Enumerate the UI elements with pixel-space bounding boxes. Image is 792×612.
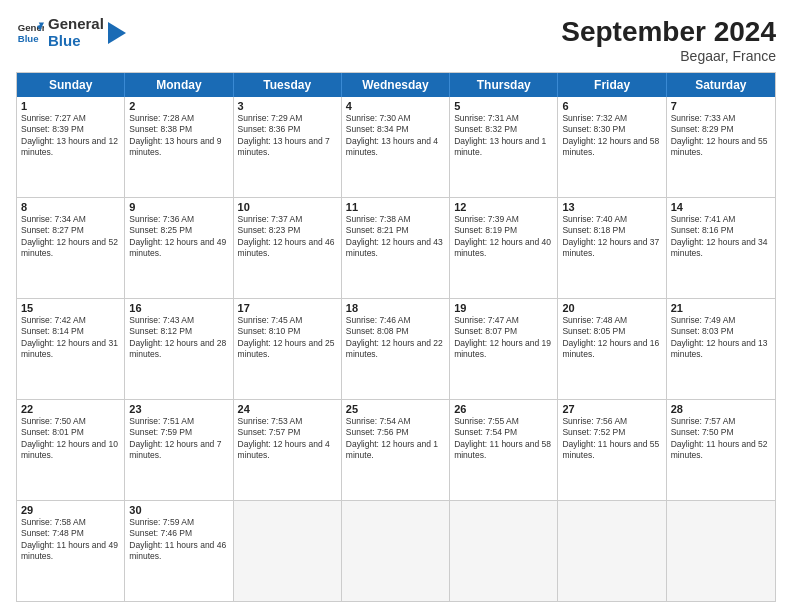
cell-info: Sunrise: 7:55 AMSunset: 7:54 PMDaylight:… — [454, 416, 553, 462]
cal-cell: 5 Sunrise: 7:31 AMSunset: 8:32 PMDayligh… — [450, 97, 558, 197]
cell-info: Sunrise: 7:50 AMSunset: 8:01 PMDaylight:… — [21, 416, 120, 462]
cal-cell: 18 Sunrise: 7:46 AMSunset: 8:08 PMDaylig… — [342, 299, 450, 399]
cal-cell: 17 Sunrise: 7:45 AMSunset: 8:10 PMDaylig… — [234, 299, 342, 399]
day-number: 22 — [21, 403, 120, 415]
cal-cell: 15 Sunrise: 7:42 AMSunset: 8:14 PMDaylig… — [17, 299, 125, 399]
cell-info: Sunrise: 7:41 AMSunset: 8:16 PMDaylight:… — [671, 214, 771, 260]
day-number: 30 — [129, 504, 228, 516]
cal-cell: 13 Sunrise: 7:40 AMSunset: 8:18 PMDaylig… — [558, 198, 666, 298]
cell-info: Sunrise: 7:28 AMSunset: 8:38 PMDaylight:… — [129, 113, 228, 159]
day-number: 17 — [238, 302, 337, 314]
day-number: 15 — [21, 302, 120, 314]
day-number: 19 — [454, 302, 553, 314]
cell-info: Sunrise: 7:57 AMSunset: 7:50 PMDaylight:… — [671, 416, 771, 462]
svg-marker-4 — [108, 22, 126, 44]
cal-cell — [558, 501, 666, 601]
header-friday: Friday — [558, 73, 666, 97]
cal-row-5: 29 Sunrise: 7:58 AMSunset: 7:48 PMDaylig… — [17, 500, 775, 601]
header-thursday: Thursday — [450, 73, 558, 97]
cal-cell: 2 Sunrise: 7:28 AMSunset: 8:38 PMDayligh… — [125, 97, 233, 197]
cal-cell: 19 Sunrise: 7:47 AMSunset: 8:07 PMDaylig… — [450, 299, 558, 399]
cal-cell: 10 Sunrise: 7:37 AMSunset: 8:23 PMDaylig… — [234, 198, 342, 298]
cell-info: Sunrise: 7:39 AMSunset: 8:19 PMDaylight:… — [454, 214, 553, 260]
cal-cell: 1 Sunrise: 7:27 AMSunset: 8:39 PMDayligh… — [17, 97, 125, 197]
day-number: 23 — [129, 403, 228, 415]
header-wednesday: Wednesday — [342, 73, 450, 97]
cell-info: Sunrise: 7:42 AMSunset: 8:14 PMDaylight:… — [21, 315, 120, 361]
cell-info: Sunrise: 7:43 AMSunset: 8:12 PMDaylight:… — [129, 315, 228, 361]
header-saturday: Saturday — [667, 73, 775, 97]
day-number: 11 — [346, 201, 445, 213]
day-number: 26 — [454, 403, 553, 415]
cell-info: Sunrise: 7:56 AMSunset: 7:52 PMDaylight:… — [562, 416, 661, 462]
cell-info: Sunrise: 7:38 AMSunset: 8:21 PMDaylight:… — [346, 214, 445, 260]
day-number: 25 — [346, 403, 445, 415]
cell-info: Sunrise: 7:40 AMSunset: 8:18 PMDaylight:… — [562, 214, 661, 260]
cal-cell: 6 Sunrise: 7:32 AMSunset: 8:30 PMDayligh… — [558, 97, 666, 197]
day-number: 18 — [346, 302, 445, 314]
cal-cell: 30 Sunrise: 7:59 AMSunset: 7:46 PMDaylig… — [125, 501, 233, 601]
cell-info: Sunrise: 7:32 AMSunset: 8:30 PMDaylight:… — [562, 113, 661, 159]
day-number: 16 — [129, 302, 228, 314]
cal-cell: 20 Sunrise: 7:48 AMSunset: 8:05 PMDaylig… — [558, 299, 666, 399]
svg-text:Blue: Blue — [18, 32, 39, 43]
cal-cell — [667, 501, 775, 601]
cal-cell: 21 Sunrise: 7:49 AMSunset: 8:03 PMDaylig… — [667, 299, 775, 399]
cal-cell: 3 Sunrise: 7:29 AMSunset: 8:36 PMDayligh… — [234, 97, 342, 197]
calendar-header: Sunday Monday Tuesday Wednesday Thursday… — [17, 73, 775, 97]
cal-cell — [450, 501, 558, 601]
cal-cell: 4 Sunrise: 7:30 AMSunset: 8:34 PMDayligh… — [342, 97, 450, 197]
day-number: 13 — [562, 201, 661, 213]
cell-info: Sunrise: 7:58 AMSunset: 7:48 PMDaylight:… — [21, 517, 120, 563]
day-number: 24 — [238, 403, 337, 415]
cal-cell: 14 Sunrise: 7:41 AMSunset: 8:16 PMDaylig… — [667, 198, 775, 298]
cal-cell: 22 Sunrise: 7:50 AMSunset: 8:01 PMDaylig… — [17, 400, 125, 500]
cal-cell: 16 Sunrise: 7:43 AMSunset: 8:12 PMDaylig… — [125, 299, 233, 399]
cell-info: Sunrise: 7:54 AMSunset: 7:56 PMDaylight:… — [346, 416, 445, 462]
cal-cell: 29 Sunrise: 7:58 AMSunset: 7:48 PMDaylig… — [17, 501, 125, 601]
logo-arrow-icon — [108, 22, 126, 44]
calendar: Sunday Monday Tuesday Wednesday Thursday… — [16, 72, 776, 602]
day-number: 6 — [562, 100, 661, 112]
cell-info: Sunrise: 7:31 AMSunset: 8:32 PMDaylight:… — [454, 113, 553, 159]
day-number: 5 — [454, 100, 553, 112]
cal-cell: 23 Sunrise: 7:51 AMSunset: 7:59 PMDaylig… — [125, 400, 233, 500]
day-number: 10 — [238, 201, 337, 213]
cal-row-2: 8 Sunrise: 7:34 AMSunset: 8:27 PMDayligh… — [17, 197, 775, 298]
day-number: 8 — [21, 201, 120, 213]
page-header: General Blue General Blue September 2024… — [16, 16, 776, 64]
header-sunday: Sunday — [17, 73, 125, 97]
day-number: 1 — [21, 100, 120, 112]
day-number: 4 — [346, 100, 445, 112]
cal-cell — [234, 501, 342, 601]
day-number: 2 — [129, 100, 228, 112]
cal-cell: 25 Sunrise: 7:54 AMSunset: 7:56 PMDaylig… — [342, 400, 450, 500]
cell-info: Sunrise: 7:45 AMSunset: 8:10 PMDaylight:… — [238, 315, 337, 361]
cal-row-3: 15 Sunrise: 7:42 AMSunset: 8:14 PMDaylig… — [17, 298, 775, 399]
cell-info: Sunrise: 7:46 AMSunset: 8:08 PMDaylight:… — [346, 315, 445, 361]
day-number: 3 — [238, 100, 337, 112]
cell-info: Sunrise: 7:51 AMSunset: 7:59 PMDaylight:… — [129, 416, 228, 462]
day-number: 9 — [129, 201, 228, 213]
cell-info: Sunrise: 7:33 AMSunset: 8:29 PMDaylight:… — [671, 113, 771, 159]
logo-icon: General Blue — [16, 19, 44, 47]
cal-row-4: 22 Sunrise: 7:50 AMSunset: 8:01 PMDaylig… — [17, 399, 775, 500]
title-block: September 2024 Begaar, France — [561, 16, 776, 64]
day-number: 14 — [671, 201, 771, 213]
day-number: 29 — [21, 504, 120, 516]
cell-info: Sunrise: 7:36 AMSunset: 8:25 PMDaylight:… — [129, 214, 228, 260]
logo: General Blue General Blue — [16, 16, 126, 49]
cal-cell: 8 Sunrise: 7:34 AMSunset: 8:27 PMDayligh… — [17, 198, 125, 298]
cal-cell: 24 Sunrise: 7:53 AMSunset: 7:57 PMDaylig… — [234, 400, 342, 500]
day-number: 27 — [562, 403, 661, 415]
cell-info: Sunrise: 7:30 AMSunset: 8:34 PMDaylight:… — [346, 113, 445, 159]
cell-info: Sunrise: 7:37 AMSunset: 8:23 PMDaylight:… — [238, 214, 337, 260]
cell-info: Sunrise: 7:49 AMSunset: 8:03 PMDaylight:… — [671, 315, 771, 361]
cell-info: Sunrise: 7:47 AMSunset: 8:07 PMDaylight:… — [454, 315, 553, 361]
cell-info: Sunrise: 7:27 AMSunset: 8:39 PMDaylight:… — [21, 113, 120, 159]
logo-general: General — [48, 16, 104, 33]
header-tuesday: Tuesday — [234, 73, 342, 97]
day-number: 20 — [562, 302, 661, 314]
cell-info: Sunrise: 7:29 AMSunset: 8:36 PMDaylight:… — [238, 113, 337, 159]
cal-cell: 12 Sunrise: 7:39 AMSunset: 8:19 PMDaylig… — [450, 198, 558, 298]
